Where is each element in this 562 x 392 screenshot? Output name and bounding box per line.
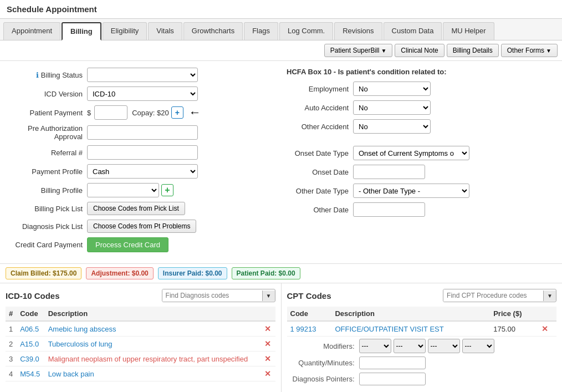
icd-search-arrow-icon[interactable]: ▼ xyxy=(262,291,275,301)
form-left: ℹ Billing Status ICD Version ICD-10 Pati… xyxy=(7,68,275,257)
icd-table-row: 2 A15.0 Tuberculosis of lung ✕ xyxy=(6,337,275,352)
pre-auth-input[interactable] xyxy=(87,125,198,140)
process-credit-card-button[interactable]: Process Credit Card xyxy=(87,237,168,252)
claims-bar: Claim Billed: $175.00 Adjustment: $0.00 … xyxy=(0,264,562,283)
hcfa-other-accident-label: Other Accident xyxy=(287,123,353,131)
modifiers-row: Modifiers: --- --- --- --- xyxy=(287,339,557,353)
referral-input[interactable] xyxy=(87,145,198,160)
hcfa-employment-select[interactable]: No xyxy=(353,82,431,96)
toolbar: Patient SuperBill ▼ Clinical Note Billin… xyxy=(0,40,562,61)
hcfa-auto-accident-label: Auto Accident xyxy=(287,104,353,112)
hcfa-onset-date-label: Onset Date xyxy=(287,168,353,176)
cpt-row-delete[interactable]: ✕ xyxy=(538,321,556,337)
icd-search-input[interactable] xyxy=(162,289,262,302)
info-icon: ℹ xyxy=(36,71,39,79)
clinical-note-button[interactable]: Clinical Note xyxy=(395,44,444,57)
billing-details-button[interactable]: Billing Details xyxy=(447,44,499,57)
tab-eligibility[interactable]: Eligibility xyxy=(103,22,147,40)
icd-row-description: Amebic lung abscess xyxy=(45,321,262,337)
payment-profile-select[interactable]: Cash xyxy=(87,164,198,179)
tab-billing[interactable]: Billing xyxy=(62,22,101,40)
icd-section-title: ICD-10 Codes xyxy=(6,291,60,301)
billing-status-row: ℹ Billing Status xyxy=(7,68,275,82)
icd-row-code[interactable]: A15.0 xyxy=(17,337,44,352)
hcfa-onset-date-row: Onset Date xyxy=(287,165,555,179)
hcfa-onset-date-input[interactable] xyxy=(353,165,425,179)
add-payment-button[interactable]: + xyxy=(171,106,183,119)
diagnosis-pick-list-row: Diagnosis Pick List Choose Codes from Pt… xyxy=(7,220,275,233)
adjustment-badge: Adjustment: $0.00 xyxy=(86,267,153,279)
billing-pick-list-row: Billing Pick List Choose Codes from Pick… xyxy=(7,202,275,215)
icd-row-num: 4 xyxy=(6,366,17,381)
tab-revisions[interactable]: Revisions xyxy=(334,22,382,40)
tab-appointment[interactable]: Appointment xyxy=(3,22,60,40)
patient-payment-label: Patient Payment xyxy=(7,109,87,117)
tab-flags[interactable]: Flags xyxy=(244,22,278,40)
icd-version-label: ICD Version xyxy=(7,90,87,98)
modifier-select-4[interactable]: --- xyxy=(462,339,494,353)
credit-card-row: Credit Card Payment Process Credit Card xyxy=(7,237,275,252)
icd-row-num: 1 xyxy=(6,321,17,337)
hcfa-other-date-input[interactable] xyxy=(353,202,425,217)
billing-profile-label: Billing Profile xyxy=(7,186,87,195)
other-forms-button[interactable]: Other Forms ▼ xyxy=(501,44,558,57)
icd-col-num: # xyxy=(6,307,17,321)
icd-row-delete[interactable]: ✕ xyxy=(261,352,275,366)
patient-paid-badge: Patient Paid: $0.00 xyxy=(232,267,300,279)
modifier-select-1[interactable]: --- xyxy=(359,339,391,353)
modifier-group: --- --- --- --- xyxy=(359,339,494,353)
icd-section: ICD-10 Codes ▼ # Code Description 1 A xyxy=(0,283,282,392)
icd-row-code[interactable]: M54.5 xyxy=(17,366,44,381)
insurer-paid-badge: Insurer Paid: $0.00 xyxy=(158,267,227,279)
cpt-row-price: 175.00 xyxy=(490,321,538,337)
hcfa-other-date-label: Other Date xyxy=(287,206,353,214)
diagnosis-pointers-input[interactable]: 1:0:0:0 xyxy=(359,373,426,385)
icd-row-code[interactable]: C39.0 xyxy=(17,352,44,366)
hcfa-other-date-type-row: Other Date Type - Other Date Type - xyxy=(287,184,555,198)
modifier-select-3[interactable]: --- xyxy=(428,339,460,353)
cpt-section-header: CPT Codes ▼ xyxy=(287,289,557,302)
quantity-label: Quantity/Minutes: xyxy=(293,359,359,367)
icd-row-code[interactable]: A06.5 xyxy=(17,321,44,337)
cpt-search-arrow-icon[interactable]: ▼ xyxy=(543,291,556,301)
referral-label: Referral # xyxy=(7,149,87,157)
form-area: ℹ Billing Status ICD Version ICD-10 Pati… xyxy=(0,61,562,264)
modifier-select-2[interactable]: --- xyxy=(394,339,426,353)
cpt-row-description: OFFICE/OUTPATIENT VISIT EST xyxy=(331,321,490,337)
hcfa-onset-date-type-row: Onset Date Type Onset of Current Symptom… xyxy=(287,146,555,160)
quantity-input[interactable]: 1.00 xyxy=(359,357,426,369)
add-billing-profile-button[interactable]: + xyxy=(161,184,173,196)
tab-muhelper[interactable]: MU Helper xyxy=(443,22,494,40)
cpt-row-num-code[interactable]: 1 99213 xyxy=(287,321,332,337)
tab-growthcharts[interactable]: Growthcharts xyxy=(183,22,243,40)
tab-customdata[interactable]: Custom Data xyxy=(384,22,442,40)
tab-logcomm[interactable]: Log Comm. xyxy=(279,22,333,40)
icd-version-select[interactable]: ICD-10 xyxy=(87,86,198,101)
referral-row: Referral # xyxy=(7,145,275,160)
cpt-search-input[interactable] xyxy=(443,289,543,302)
cpt-section-title: CPT Codes xyxy=(287,291,331,301)
patient-payment-input[interactable]: 0 xyxy=(94,105,127,120)
icd-table-row: 1 A06.5 Amebic lung abscess ✕ xyxy=(6,321,275,337)
icd-row-delete[interactable]: ✕ xyxy=(261,366,275,381)
icd-row-delete[interactable]: ✕ xyxy=(261,321,275,337)
pre-auth-label: Pre Authorization Approval xyxy=(7,124,87,141)
hcfa-auto-accident-select[interactable]: No xyxy=(353,100,431,115)
diagnosis-pointers-row: Diagnosis Pointers: 1:0:0:0 xyxy=(287,373,557,385)
hcfa-other-accident-select[interactable]: No xyxy=(353,119,431,134)
cpt-col-action xyxy=(538,307,556,321)
billing-profile-select[interactable] xyxy=(87,183,159,197)
cpt-col-price: Price ($) xyxy=(490,307,538,321)
diagnosis-pointers-label: Diagnosis Pointers: xyxy=(293,375,359,383)
icd-table-row: 4 M54.5 Low back pain ✕ xyxy=(6,366,275,381)
icd-row-delete[interactable]: ✕ xyxy=(261,337,275,352)
billing-pick-button[interactable]: Choose Codes from Pick List xyxy=(87,202,185,215)
icd-table: # Code Description 1 A06.5 Amebic lung a… xyxy=(6,307,275,381)
tab-vitals[interactable]: Vitals xyxy=(148,22,182,40)
hcfa-onset-date-type-select[interactable]: Onset of Current Symptoms o xyxy=(353,146,469,160)
hcfa-other-date-type-select[interactable]: - Other Date Type - xyxy=(353,184,469,198)
billing-status-select[interactable] xyxy=(87,68,198,82)
diagnosis-pick-button[interactable]: Choose Codes from Pt Problems xyxy=(87,220,196,233)
patient-superbill-button[interactable]: Patient SuperBill ▼ xyxy=(324,44,393,57)
pre-auth-row: Pre Authorization Approval xyxy=(7,124,275,141)
